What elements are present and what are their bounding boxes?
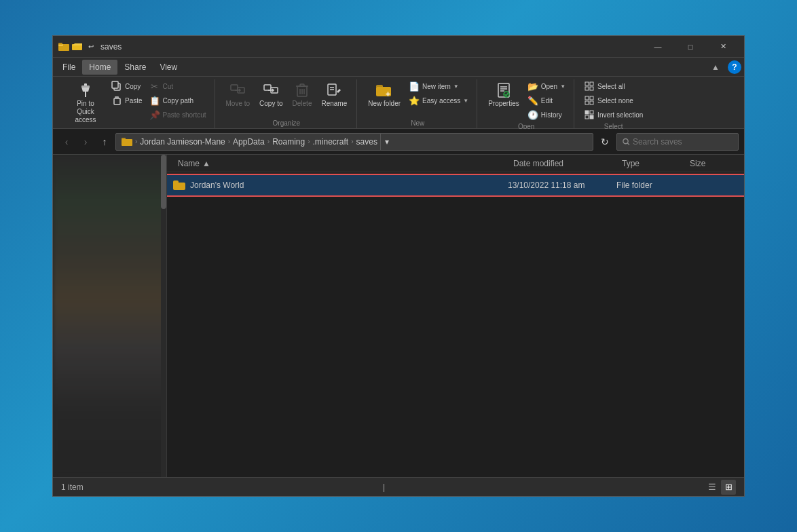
breadcrumb-user[interactable]: Jordan Jamieson-Mane bbox=[140, 137, 225, 147]
svg-rect-12 bbox=[115, 96, 119, 99]
breadcrumb-minecraft[interactable]: .minecraft bbox=[313, 137, 349, 147]
easy-access-button[interactable]: ⭐ Easy access ▼ bbox=[406, 94, 471, 107]
new-folder-button[interactable]: + New folder bbox=[364, 79, 405, 111]
svg-rect-19 bbox=[300, 84, 304, 86]
svg-rect-10 bbox=[112, 81, 118, 88]
file-list-body: Jordan's World 13/10/2022 11:18 am File … bbox=[167, 172, 744, 477]
ribbon-group-select: Select all Select no bbox=[576, 79, 651, 128]
col-header-date[interactable]: Date modified bbox=[508, 159, 616, 168]
paste-button[interactable]: Paste bbox=[109, 94, 145, 107]
properties-label: Properties bbox=[488, 100, 519, 108]
sort-arrow: ▲ bbox=[202, 159, 210, 168]
cut-copypath-stack: ✂ Cut 📋 Copy path 📌 Paste shortcut bbox=[147, 79, 209, 121]
ribbon-group-clipboard: Pin to Quick access Copy bbox=[58, 79, 215, 128]
nav-up-button[interactable]: ↑ bbox=[96, 134, 113, 150]
copy-path-button[interactable]: 📋 Copy path bbox=[147, 94, 209, 107]
view-details-button[interactable]: ☰ bbox=[705, 480, 720, 495]
svg-rect-36 bbox=[585, 87, 589, 90]
properties-button[interactable]: Properties bbox=[484, 79, 523, 111]
copy-to-button[interactable]: Copy to bbox=[255, 79, 286, 111]
paste-shortcut-button[interactable]: 📌 Paste shortcut bbox=[147, 108, 209, 121]
close-button[interactable]: ✕ bbox=[707, 36, 739, 58]
menu-bar: File Home Share View ▲ ? bbox=[53, 58, 744, 77]
copy-button[interactable]: Copy bbox=[109, 79, 145, 93]
new-item-arrow: ▼ bbox=[453, 83, 459, 90]
invert-selection-button[interactable]: Invert selection bbox=[581, 108, 646, 121]
menu-view[interactable]: View bbox=[153, 60, 184, 75]
ribbon-group-organize: Move to Copy to bbox=[217, 79, 358, 128]
paste-label: Paste bbox=[125, 97, 143, 104]
nav-forward-button[interactable]: › bbox=[77, 134, 94, 150]
col-header-name[interactable]: Name ▲ bbox=[172, 159, 508, 168]
menu-file[interactable]: File bbox=[56, 60, 82, 75]
open-icon: 📂 bbox=[527, 81, 538, 92]
svg-rect-46 bbox=[122, 139, 132, 146]
content-area: Name ▲ Date modified Type Size bbox=[53, 155, 744, 477]
paste-shortcut-label: Paste shortcut bbox=[163, 111, 206, 119]
copy-label: Copy bbox=[125, 83, 141, 90]
maximize-button[interactable]: □ bbox=[675, 36, 706, 58]
help-button[interactable]: ? bbox=[728, 60, 741, 74]
status-item-count: 1 item bbox=[61, 482, 383, 492]
file-list-header: Name ▲ Date modified Type Size bbox=[167, 155, 744, 172]
menu-share[interactable]: Share bbox=[117, 60, 153, 75]
delete-icon bbox=[294, 82, 310, 98]
select-none-button[interactable]: Select none bbox=[581, 94, 646, 107]
breadcrumb-arrow-0: › bbox=[135, 138, 137, 145]
paste-icon bbox=[111, 95, 122, 106]
delete-button[interactable]: Delete bbox=[289, 79, 316, 111]
new-item-stack: 📄 New item ▼ ⭐ Easy access ▼ bbox=[406, 79, 471, 107]
edit-button[interactable]: ✏️ Edit bbox=[525, 94, 568, 107]
sidebar-scroll-thumb[interactable] bbox=[161, 155, 166, 209]
open-items: Properties 📂 Open ▼ ✏️ Edit bbox=[484, 79, 568, 121]
copy-path-label: Copy path bbox=[163, 97, 194, 104]
sidebar-scrollbar[interactable] bbox=[161, 155, 166, 477]
nav-back-button[interactable]: ‹ bbox=[58, 134, 75, 150]
table-row[interactable]: Jordan's World 13/10/2022 11:18 am File … bbox=[167, 175, 744, 195]
select-all-label: Select all bbox=[597, 83, 625, 90]
svg-rect-38 bbox=[585, 96, 589, 100]
invert-selection-label: Invert selection bbox=[597, 111, 643, 119]
new-group-label: New bbox=[364, 118, 471, 128]
sidebar bbox=[53, 155, 167, 477]
new-item-icon: 📄 bbox=[409, 81, 420, 92]
breadcrumb-folder-icon bbox=[122, 137, 132, 146]
breadcrumb-bar[interactable]: › Jordan Jamieson-Mane › AppData › Roami… bbox=[115, 133, 593, 151]
open-button[interactable]: 📂 Open ▼ bbox=[525, 79, 568, 93]
folder-icon-row bbox=[172, 178, 186, 192]
col-header-size[interactable]: Size bbox=[684, 159, 739, 168]
select-none-label: Select none bbox=[597, 97, 633, 104]
cut-button[interactable]: ✂ Cut bbox=[147, 79, 209, 93]
col-header-type[interactable]: Type bbox=[616, 159, 684, 168]
edit-label: Edit bbox=[541, 97, 553, 104]
select-none-icon bbox=[584, 95, 595, 106]
minimize-button[interactable]: — bbox=[642, 36, 673, 58]
rename-button[interactable]: Rename bbox=[317, 79, 351, 111]
svg-rect-34 bbox=[585, 82, 589, 86]
svg-rect-27 bbox=[376, 85, 383, 88]
address-dropdown-button[interactable]: ▾ bbox=[380, 133, 394, 151]
pin-to-quick-access-button[interactable]: Pin to Quick access bbox=[64, 79, 107, 127]
view-tiles-button[interactable]: ⊞ bbox=[721, 480, 736, 495]
menu-home[interactable]: Home bbox=[82, 60, 117, 75]
search-input[interactable] bbox=[633, 137, 733, 147]
history-label: History bbox=[541, 111, 562, 119]
open-label: Open bbox=[541, 83, 557, 90]
ribbon-collapse-button[interactable]: ▲ bbox=[706, 60, 725, 74]
move-to-button[interactable]: Move to bbox=[222, 79, 255, 111]
select-stack: Select all Select no bbox=[581, 79, 646, 121]
select-all-button[interactable]: Select all bbox=[581, 79, 646, 93]
svg-rect-45 bbox=[590, 115, 593, 119]
pin-icon bbox=[77, 82, 94, 98]
new-folder-icon: + bbox=[376, 82, 392, 98]
search-icon bbox=[623, 138, 630, 146]
new-item-button[interactable]: 📄 New item ▼ bbox=[406, 79, 471, 93]
refresh-button[interactable]: ↻ bbox=[596, 133, 614, 151]
breadcrumb-roaming[interactable]: Roaming bbox=[272, 137, 305, 147]
cut-icon: ✂ bbox=[149, 81, 160, 92]
history-button[interactable]: 🕐 History bbox=[525, 108, 568, 121]
delete-label: Delete bbox=[293, 100, 312, 108]
breadcrumb-saves[interactable]: saves bbox=[356, 137, 377, 147]
breadcrumb-appdata[interactable]: AppData bbox=[233, 137, 265, 147]
undo-icon-title[interactable]: ↩ bbox=[86, 41, 96, 52]
